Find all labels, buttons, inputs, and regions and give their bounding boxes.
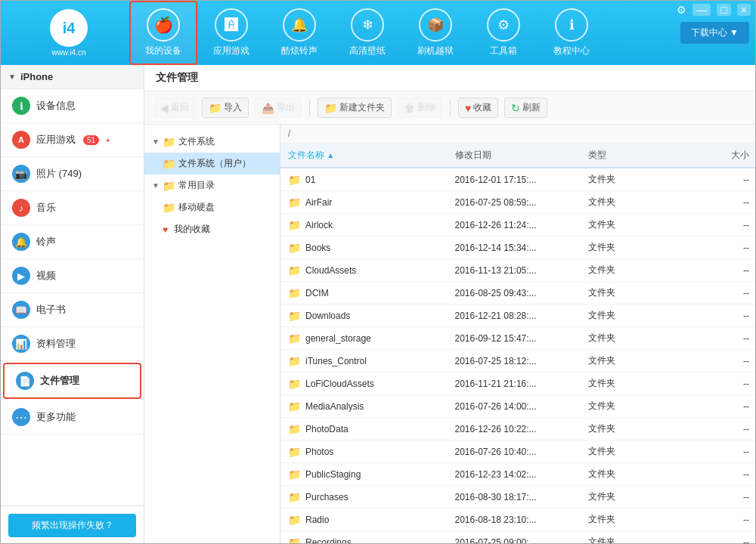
- divider-2: [450, 100, 451, 116]
- col-filename[interactable]: 文件名称 ▲: [280, 144, 448, 168]
- import-button[interactable]: 📁 导入: [202, 97, 249, 118]
- table-row[interactable]: 📁 Downloads 2016-12-21 08:28:... 文件夹 --: [280, 304, 756, 327]
- sidebar-item-photos[interactable]: 📷 照片 (749): [1, 157, 144, 191]
- file-name-cell: 📁 01: [280, 168, 448, 191]
- camera-icon: 📷: [12, 165, 30, 183]
- delete-button[interactable]: 🗑 删除: [398, 97, 442, 118]
- table-row[interactable]: 📁 general_storage 2016-09-12 15:47:... 文…: [280, 327, 756, 350]
- folder-icon: 📁: [288, 491, 301, 503]
- table-row[interactable]: 📁 CloudAssets 2016-11-13 21:05:... 文件夹 -…: [280, 259, 756, 282]
- sort-arrow: ▲: [327, 151, 334, 159]
- sidebar-bottom: 频繁出现操作失败？: [1, 505, 144, 544]
- table-row[interactable]: 📁 01 2016-12-01 17:15:... 文件夹 --: [280, 168, 756, 191]
- table-row[interactable]: 📁 Books 2016-12-14 15:34:... 文件夹 --: [280, 236, 756, 259]
- table-row[interactable]: 📁 Recordings 2016-07-25 09:00:... 文件夹 --: [280, 531, 756, 545]
- table-row[interactable]: 📁 PhotoData 2016-12-26 10:22:... 文件夹 --: [280, 418, 756, 440]
- nav-my-device[interactable]: 🍎 我的设备: [129, 1, 197, 65]
- minimize-btn[interactable]: —: [692, 4, 711, 16]
- file-name-cell: 📁 CloudAssets: [280, 259, 448, 282]
- file-size: --: [685, 350, 756, 372]
- sidebar-item-more-features[interactable]: ⋯ 更多功能: [1, 400, 144, 434]
- folder-icon: 📁: [288, 264, 301, 277]
- table-row[interactable]: 📁 Airlock 2016-12-26 11:24:... 文件夹 --: [280, 214, 756, 236]
- download-center-button[interactable]: 下载中心 ▼: [680, 22, 749, 44]
- file-name: PublicStaging: [305, 469, 361, 480]
- file-date: 2016-08-25 09:43:...: [448, 282, 581, 304]
- table-row[interactable]: 📁 MediaAnalysis 2016-07-26 14:00:... 文件夹…: [280, 395, 756, 418]
- table-row[interactable]: 📁 Photos 2016-07-26 10:40:... 文件夹 --: [280, 440, 756, 463]
- table-row[interactable]: 📁 DCIM 2016-08-25 09:43:... 文件夹 --: [280, 282, 756, 304]
- sidebar-item-file-manage[interactable]: 📄 文件管理: [3, 363, 141, 399]
- col-size[interactable]: 大小: [685, 144, 756, 168]
- settings-icon[interactable]: ⚙: [677, 4, 686, 16]
- file-size: --: [685, 486, 756, 508]
- refresh-button[interactable]: ↻ 刷新: [504, 97, 547, 118]
- file-name: PhotoData: [305, 424, 349, 434]
- refresh-label: 刷新: [522, 101, 541, 114]
- tree-expand-arrow: ▼: [152, 138, 160, 146]
- new-folder-button[interactable]: 📁 新建文件夹: [318, 97, 392, 118]
- nav-jailbreak[interactable]: 📦 刷机越狱: [401, 1, 469, 65]
- nav-wallpapers[interactable]: ❄ 高清壁纸: [333, 1, 401, 65]
- folder-icon: 📁: [163, 136, 175, 148]
- device-collapse-arrow[interactable]: ▼: [8, 73, 16, 81]
- file-name-cell: 📁 AirFair: [280, 191, 448, 214]
- file-date: 2016-12-21 08:28:...: [448, 304, 581, 327]
- tree-filesystem[interactable]: ▼ 📁 文件系统: [144, 131, 280, 153]
- table-row[interactable]: 📁 iTunes_Control 2016-07-25 18:12:... 文件…: [280, 350, 756, 372]
- file-date: 2016-09-12 15:47:...: [448, 327, 581, 350]
- file-icon: 📄: [16, 372, 34, 390]
- sidebar-item-ringtones[interactable]: 🔔 铃声: [1, 225, 144, 259]
- app-icon: 🅰: [225, 17, 238, 33]
- file-type: 文件夹: [581, 372, 686, 395]
- sidebar-item-data-manage[interactable]: 📊 资料管理: [1, 327, 144, 361]
- tree-mobile-disk[interactable]: 📁 移动硬盘: [144, 196, 280, 218]
- col-date[interactable]: 修改日期: [448, 144, 581, 168]
- music-icon: ♪: [12, 199, 30, 217]
- close-btn[interactable]: ×: [737, 4, 751, 16]
- sidebar-app-games-label: 应用游戏: [36, 133, 76, 147]
- back-label: 返回: [171, 101, 189, 114]
- sidebar-music-label: 音乐: [36, 201, 56, 215]
- tree-common-dir[interactable]: ▼ 📁 常用目录: [144, 175, 280, 196]
- maximize-btn[interactable]: □: [717, 4, 730, 16]
- file-date: 2016-07-25 09:00:...: [448, 531, 581, 545]
- nav-app-games[interactable]: 🅰 应用游戏: [197, 1, 265, 65]
- folder-icon: 📁: [288, 355, 301, 367]
- file-name: MediaAnalysis: [305, 401, 364, 412]
- tree-filesystem-user[interactable]: 📁 文件系统（用户）: [144, 153, 280, 175]
- delete-label: 删除: [417, 101, 435, 114]
- nav-toolbox[interactable]: ⚙ 工具箱: [469, 1, 538, 65]
- col-type[interactable]: 类型: [581, 144, 686, 168]
- app-circle-icon: A: [12, 131, 30, 149]
- file-date: 2016-07-26 10:40:...: [448, 440, 581, 463]
- sidebar-file-manage-label: 文件管理: [40, 374, 79, 388]
- export-button[interactable]: 📤 导出: [255, 97, 302, 118]
- info-icon: ℹ: [569, 17, 575, 33]
- sidebar-item-app-games[interactable]: A 应用游戏 51 ●: [1, 123, 144, 157]
- tree-expand-arrow2: ▼: [152, 181, 160, 190]
- nav-tutorial[interactable]: ℹ 教程中心: [538, 1, 606, 65]
- nav-ringtones-label: 酷炫铃声: [281, 45, 318, 57]
- table-row[interactable]: 📁 Purchases 2016-08-30 18:17:... 文件夹 --: [280, 486, 756, 508]
- book-icon: 📖: [12, 301, 30, 319]
- file-size: --: [685, 463, 756, 486]
- file-name-cell: 📁 PhotoData: [280, 418, 448, 440]
- table-row[interactable]: 📁 LoFiCloudAssets 2016-11-21 21:16:... 文…: [280, 372, 756, 395]
- nav-my-device-label: 我的设备: [145, 45, 181, 57]
- sidebar-item-music[interactable]: ♪ 音乐: [1, 191, 144, 225]
- favorite-button[interactable]: ♥ 收藏: [458, 97, 498, 118]
- back-button[interactable]: ◀ 返回: [153, 97, 196, 118]
- sidebar-item-videos[interactable]: ▶ 视频: [1, 259, 144, 293]
- tree-my-favorites[interactable]: ♥ 我的收藏: [144, 218, 280, 240]
- new-folder-label: 新建文件夹: [339, 101, 385, 114]
- heart-favorite-icon: ♥: [163, 224, 168, 235]
- file-manager-panel: 文件管理 ◀ 返回 📁 导入 📤 导出: [144, 65, 756, 544]
- table-row[interactable]: 📁 Radio 2016-08-18 23:10:... 文件夹 --: [280, 508, 756, 531]
- sidebar-item-device-info[interactable]: ℹ 设备信息: [1, 89, 144, 123]
- sidebar-item-ebooks[interactable]: 📖 电子书: [1, 293, 144, 327]
- table-row[interactable]: 📁 PublicStaging 2016-12-23 14:02:... 文件夹…: [280, 463, 756, 486]
- table-row[interactable]: 📁 AirFair 2016-07-25 08:59:... 文件夹 --: [280, 191, 756, 214]
- nav-ringtones[interactable]: 🔔 酷炫铃声: [265, 1, 333, 65]
- trouble-button[interactable]: 频繁出现操作失败？: [8, 514, 136, 537]
